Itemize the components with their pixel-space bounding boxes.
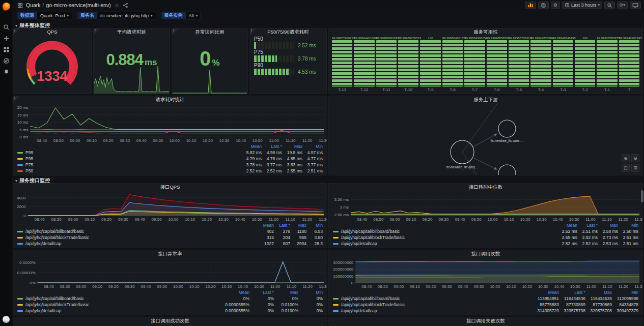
legend-stat-value: 2.50 ms — [618, 229, 638, 234]
legend-stat-header[interactable]: Mean — [533, 290, 559, 295]
legend-stat-header[interactable]: Min — [298, 290, 323, 295]
legend-stat-header[interactable]: Min — [306, 223, 323, 228]
legend-stat-header[interactable]: Max — [274, 290, 298, 295]
zoom-in-icon[interactable]: ⊕ — [622, 154, 630, 162]
legend-series-name[interactable]: /api/jyhq/capital/blockTrade/basic — [17, 302, 225, 307]
legend-row: P995.82 ms4.98 ms19.8 ms4.97 ms — [17, 150, 323, 156]
panel-title[interactable]: 请求耗时统计 — [13, 96, 327, 103]
legend-series-name[interactable]: /api/jyhq/detail/cap — [17, 308, 225, 313]
panel-info-icon[interactable]: i — [94, 28, 100, 35]
legend-stat-header[interactable]: Mean — [258, 223, 274, 228]
panel-title[interactable]: 服务可用性 — [329, 28, 642, 36]
panel-title[interactable]: 接口调用成功次数 — [13, 317, 327, 324]
star-icon[interactable]: ☆ — [115, 2, 119, 8]
service-topology-graph[interactable]: ifc-newbee_ifc-jyhq…ifc-newbee_ifc-user-… — [329, 103, 642, 175]
time-range-picker[interactable]: Last 3 hours ▾ — [562, 2, 602, 9]
legend-series-name[interactable]: /api/jyhq/capital/blockTrade/basic — [17, 235, 258, 240]
legend-series-name[interactable]: P50 — [17, 168, 241, 173]
alerting-bell-icon[interactable] — [0, 66, 12, 77]
legend-stat-header[interactable]: Max — [598, 223, 618, 228]
panel-title[interactable]: QPS — [13, 28, 91, 36]
legend-stat-value: 276 — [274, 229, 290, 234]
legend-stat-header[interactable]: Last * — [274, 223, 290, 228]
share-icon[interactable] — [123, 3, 128, 8]
chart-legend: MeanLast *MaxMin/api/jyhq/capital/billbo… — [13, 289, 327, 315]
grid-view-icon[interactable]: ⊞ — [631, 164, 639, 172]
refresh-caret-icon[interactable]: ▾ — [623, 3, 625, 7]
panel-title[interactable]: 接口QPS — [13, 184, 327, 191]
insights-icon[interactable] — [525, 2, 536, 9]
legend-stat-header[interactable]: Mean — [225, 290, 249, 295]
service-node[interactable] — [498, 120, 516, 137]
user-avatar[interactable] — [3, 316, 10, 323]
refresh-button[interactable]: ⟳ ▾ — [617, 2, 628, 9]
panel-title[interactable]: 接口调用次数 — [329, 250, 642, 257]
save-icon[interactable] — [538, 2, 549, 9]
kiosk-tv-icon[interactable] — [630, 2, 641, 9]
panel-api-qps: 接口QPS 02000400008:4008:5009:0009:1009:20… — [13, 183, 327, 248]
legend-series-name[interactable]: P95 — [17, 156, 241, 161]
legend-swatch-icon — [17, 310, 23, 312]
svg-text:11:00: 11:00 — [269, 138, 279, 143]
layout-icon[interactable]: ◻ — [622, 164, 630, 172]
legend-series-name[interactable]: /api/jyhq/detail/cap — [333, 241, 557, 246]
legend-series-name[interactable]: /api/jyhq/capital/billboard/basic — [333, 229, 557, 234]
panel-title[interactable]: 接口调用失败次数 — [329, 317, 642, 324]
legend-stat-header[interactable]: Mean — [557, 223, 577, 228]
panel-info-icon[interactable]: i — [13, 96, 20, 103]
availability-bar — [619, 40, 639, 87]
legend-series-name[interactable]: P99 — [17, 150, 241, 155]
legend-row: P954.79 ms4.78 ms4.85 ms4.77 ms — [17, 156, 323, 162]
apps-grid-icon[interactable] — [17, 3, 23, 8]
settings-gear-icon[interactable]: ⚙ — [551, 2, 560, 9]
dashboards-icon[interactable] — [0, 44, 12, 55]
legend-series-name[interactable]: /api/jyhq/capital/billboard/basic — [17, 296, 225, 301]
grafana-logo[interactable] — [0, 0, 12, 12]
panel-info-icon[interactable]: i — [13, 28, 20, 35]
panel-info-icon[interactable]: i — [250, 28, 257, 35]
legend-series-name[interactable]: /api/jyhq/capital/blockTrade/basic — [333, 235, 557, 240]
legend-stat-header[interactable]: Min — [618, 223, 638, 228]
panel-info-icon[interactable]: i — [172, 28, 179, 35]
panel-qps: i QPS 1334 — [13, 28, 92, 94]
legend-stat-header[interactable]: Last * — [559, 290, 585, 295]
service-select[interactable]: ifc-newbee_ifc-jyhq-http▾ — [97, 12, 156, 19]
error-ratio-spark-svg — [173, 67, 247, 94]
datasource-select[interactable]: Quark_Prod▾ — [37, 12, 72, 19]
zoom-out-icon[interactable] — [604, 2, 615, 9]
legend-stat-header[interactable]: Mean — [241, 144, 262, 149]
panel-title[interactable]: 服务上下游 — [329, 96, 642, 103]
legend-stat-header[interactable]: Last * — [577, 223, 598, 228]
service-node[interactable] — [498, 165, 516, 175]
legend-series-name[interactable]: /api/jyhq/capital/blockTrade/basic — [333, 302, 533, 307]
legend-series-name[interactable]: /api/jyhq/capital/billboard/basic — [17, 229, 258, 234]
legend-series-name[interactable]: /api/jyhq/detail/cap — [333, 308, 533, 313]
legend-row: P502.52 ms2.52 ms2.55 ms2.51 ms — [17, 168, 323, 174]
legend-stat-header[interactable]: Min — [612, 290, 638, 295]
legend-stat-header[interactable]: Max — [290, 223, 306, 228]
create-plus-icon[interactable] — [0, 33, 12, 44]
legend-stat-header[interactable]: Min — [302, 144, 323, 149]
legend-stat-header[interactable]: Max — [282, 144, 302, 149]
breadcrumb-root[interactable]: Quark — [26, 2, 41, 8]
panel-title[interactable]: 接口异常率 — [13, 250, 327, 257]
panel-title[interactable]: 平均请求时延 — [94, 28, 170, 36]
legend-stat-header[interactable]: Last * — [262, 144, 282, 149]
panel-title[interactable]: P50/75/90请求耗时 — [250, 28, 326, 36]
legend-series-name[interactable]: P75 — [17, 162, 241, 167]
legend-stat-header[interactable]: Last * — [249, 290, 274, 295]
panel-title[interactable]: 异常访问比例 — [172, 28, 247, 36]
zoom-out-icon[interactable]: ⊖ — [631, 154, 639, 162]
legend-stat-value: 87730869 — [585, 302, 612, 307]
scrollbar-thumb[interactable] — [641, 190, 643, 202]
instance-select[interactable]: All▾ — [186, 12, 202, 19]
panel-title[interactable]: 接口耗时中位数 — [329, 184, 642, 191]
legend-stat-header[interactable]: Max — [585, 290, 612, 295]
legend-series-name[interactable]: /api/jyhq/detail/cap — [17, 241, 258, 246]
legend-stat-value: 112099998 — [612, 296, 638, 301]
search-icon[interactable] — [0, 21, 12, 33]
legend-series-name[interactable]: /api/jyhq/capital/billboard/basic — [333, 296, 533, 301]
breadcrumb-page[interactable]: go-micro-service(multi-env) — [46, 2, 111, 8]
percentile-item: P502.52 ms — [250, 36, 326, 49]
explore-icon[interactable] — [0, 55, 12, 66]
